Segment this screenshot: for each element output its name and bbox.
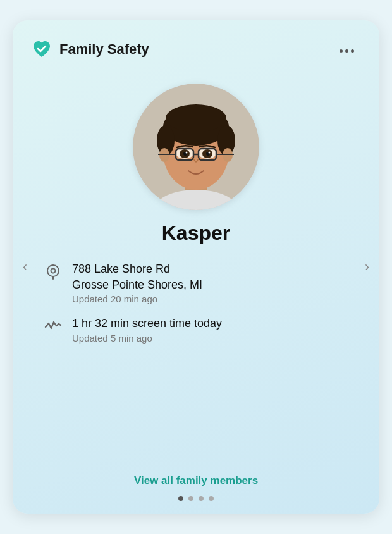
- avatar-section: Kasper: [13, 71, 379, 255]
- svg-point-17: [209, 152, 211, 154]
- info-section: 788 Lake Shore Rd Grosse Pointe Shores, …: [13, 255, 379, 350]
- pagination-dot-1: [178, 496, 183, 501]
- pagination-dot-4: [209, 496, 214, 501]
- nav-next-button[interactable]: ›: [360, 254, 374, 280]
- avatar: [133, 84, 259, 210]
- app-header: Family Safety: [13, 20, 379, 71]
- person-name: Kasper: [162, 221, 231, 245]
- pagination-dots: [178, 496, 214, 501]
- avatar-image: [133, 84, 259, 210]
- more-options-button[interactable]: [332, 41, 362, 58]
- nav-prev-button[interactable]: ‹: [18, 254, 32, 280]
- svg-point-23: [47, 265, 59, 276]
- svg-point-24: [51, 269, 56, 273]
- app-title: Family Safety: [59, 41, 149, 58]
- screen-time-text: 1 hr 32 min screen time today Updated 5 …: [72, 316, 222, 343]
- svg-point-7: [166, 104, 226, 132]
- screen-time-updated: Updated 5 min ago: [72, 333, 222, 344]
- location-text: 788 Lake Shore Rd Grosse Pointe Shores, …: [72, 261, 202, 304]
- pagination-dot-3: [199, 496, 204, 501]
- location-row: 788 Lake Shore Rd Grosse Pointe Shores, …: [44, 261, 348, 304]
- more-options-icon: [338, 45, 355, 54]
- svg-point-16: [186, 152, 188, 154]
- screen-time-value: 1 hr 32 min screen time today: [72, 316, 222, 332]
- location-updated: Updated 20 min ago: [72, 294, 202, 304]
- view-all-section: View all family members: [13, 459, 379, 514]
- view-all-family-link[interactable]: View all family members: [134, 475, 258, 487]
- family-safety-logo-icon: [30, 38, 53, 61]
- screen-time-icon: [44, 317, 62, 337]
- screen-time-row: 1 hr 32 min screen time today Updated 5 …: [44, 316, 348, 343]
- location-icon: [44, 263, 62, 283]
- pagination-dot-2: [188, 496, 193, 501]
- location-address-line2: Grosse Pointe Shores, MI: [72, 277, 202, 293]
- location-address-line1: 788 Lake Shore Rd: [72, 261, 202, 277]
- family-safety-card: Family Safety ‹: [13, 20, 379, 514]
- header-left: Family Safety: [30, 38, 149, 61]
